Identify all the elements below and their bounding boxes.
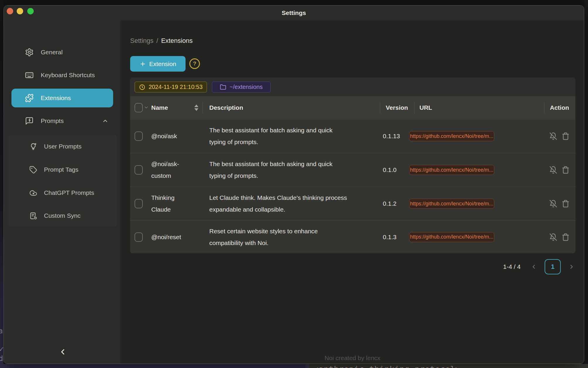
extensions-path-badge[interactable]: ~/extensions: [212, 82, 271, 92]
main-content: Settings / Extensions Extension ? 2024-1…: [120, 20, 584, 364]
extension-url-link[interactable]: https://github.com/lencx/Noi/tree/m...: [409, 131, 494, 141]
add-extension-label: Extension: [149, 60, 176, 67]
bell-off-icon[interactable]: [549, 233, 557, 241]
puzzle-icon: [25, 94, 34, 102]
sidebar-item-label: Extensions: [41, 94, 71, 102]
header-divider: [203, 102, 203, 114]
sidebar: General Keyboard Shortcuts Extensions Pr…: [4, 20, 120, 364]
trash-icon[interactable]: [562, 132, 570, 140]
header-divider: [380, 102, 380, 114]
tag-icon: [29, 166, 37, 174]
pagination: 1-4 / 4 1: [503, 259, 575, 275]
underlying-divider: [305, 364, 309, 368]
sidebar-item-keyboard-shortcuts[interactable]: Keyboard Shortcuts: [11, 66, 113, 85]
sidebar-item-label: Prompts: [41, 117, 64, 124]
extensions-path-text: ~/extensions: [230, 84, 263, 90]
clock-icon: [139, 84, 145, 90]
extension-description: Reset certain website styles to enhance …: [209, 225, 368, 249]
next-page-button[interactable]: [568, 264, 575, 270]
breadcrumb-separator: /: [157, 37, 158, 45]
sidebar-item-prompts[interactable]: Prompts: [11, 112, 113, 130]
prompts-submenu: User Prompts Prompt Tags ChatGPT Prompts…: [9, 135, 117, 227]
row-checkbox[interactable]: [135, 131, 143, 141]
extension-url-link[interactable]: https://github.com/lencx/Noi/tree/m...: [409, 199, 494, 209]
sidebar-item-label: General: [41, 49, 63, 56]
sidebar-item-custom-sync[interactable]: Custom Sync: [9, 206, 117, 225]
column-header-url[interactable]: URL: [419, 96, 432, 119]
extension-version: 0.1.3: [383, 234, 397, 241]
page-number-button[interactable]: 1: [545, 259, 561, 274]
column-header-version[interactable]: Version: [386, 96, 408, 119]
sidebar-item-label: User Prompts: [44, 143, 81, 150]
trash-icon[interactable]: [562, 233, 570, 241]
timestamp-text: 2024-11-19 21:10:53: [149, 84, 203, 90]
table-row: @noi/ask The best assistant for batch as…: [130, 119, 575, 153]
extension-url-link[interactable]: https://github.com/lencx/Noi/tree/m...: [409, 232, 494, 242]
sort-icons[interactable]: [194, 104, 198, 111]
timestamp-badge: 2024-11-19 21:10:53: [135, 82, 207, 92]
breadcrumb-parent[interactable]: Settings: [130, 37, 154, 45]
help-button[interactable]: ?: [189, 58, 200, 69]
footer-credit: Noi created by lencx: [120, 355, 584, 362]
previous-page-button[interactable]: [531, 264, 537, 270]
sidebar-item-label: Keyboard Shortcuts: [41, 72, 95, 79]
sidebar-item-label: Custom Sync: [44, 212, 81, 219]
edge-glyph: a: [0, 327, 3, 335]
extension-name: @noi/ask: [151, 130, 191, 142]
extension-url-link[interactable]: https://github.com/lencx/Noi/tree/m...: [409, 165, 494, 175]
collapse-sidebar-button[interactable]: [56, 345, 69, 358]
table-row: @noi/ask-custom The best assistant for b…: [130, 153, 575, 187]
bell-off-icon[interactable]: [549, 166, 557, 174]
breadcrumb: Settings / Extensions: [130, 37, 193, 45]
chevron-up-icon[interactable]: [102, 118, 108, 124]
sidebar-item-prompt-tags[interactable]: Prompt Tags: [9, 160, 117, 179]
titlebar[interactable]: Settings: [4, 6, 584, 20]
message-bolt-icon: [25, 117, 34, 125]
bell-off-icon[interactable]: [549, 200, 557, 208]
edge-glyph: ✓: [0, 345, 4, 353]
keyboard-icon: [25, 71, 34, 80]
extension-description: Let Claude think. Makes Claude's thinkin…: [209, 192, 368, 215]
extension-name: Thinking Claude: [151, 192, 191, 215]
column-header-action[interactable]: Action: [550, 96, 569, 119]
row-checkbox[interactable]: [135, 199, 143, 208]
trash-icon[interactable]: [562, 166, 570, 174]
select-all-checkbox[interactable]: [135, 103, 143, 112]
extensions-panel: 2024-11-19 21:10:53 ~/extensions Name De…: [130, 77, 575, 253]
edge-glyph: d: [0, 355, 3, 363]
file-sync-icon: [29, 212, 37, 220]
add-extension-button[interactable]: Extension: [130, 56, 186, 72]
extension-name: @noi/reset: [151, 231, 191, 243]
extension-description: The best assistant for batch asking and …: [209, 124, 368, 148]
chevron-left-icon: [58, 347, 67, 356]
window-title: Settings: [4, 6, 584, 20]
extension-name: @noi/ask-custom: [151, 158, 191, 182]
extension-version: 0.1.0: [383, 166, 397, 173]
lightbulb-sparkle-icon: [29, 143, 37, 151]
row-checkbox[interactable]: [135, 232, 143, 242]
extension-version: 0.1.13: [383, 133, 400, 140]
sidebar-item-user-prompts[interactable]: User Prompts: [9, 137, 117, 156]
chevron-down-icon[interactable]: [144, 105, 149, 110]
sidebar-item-general[interactable]: General: [11, 43, 113, 62]
plus-icon: [140, 61, 146, 67]
table-row: Thinking Claude Let Claude think. Makes …: [130, 187, 575, 220]
bell-off-icon[interactable]: [549, 132, 557, 140]
table-row: @noi/reset Reset certain website styles …: [130, 220, 575, 253]
settings-window: Settings General Keyboard Shortcuts Exte…: [4, 5, 584, 364]
pagination-range: 1-4 / 4: [503, 263, 521, 270]
header-divider: [414, 102, 414, 114]
sidebar-item-extensions[interactable]: Extensions: [11, 89, 113, 107]
extension-description: The best assistant for batch asking and …: [209, 158, 368, 182]
trash-icon[interactable]: [562, 200, 570, 208]
underlying-code-text: <anthropic_thinking_protocol>: [314, 364, 460, 368]
folder-icon: [220, 84, 226, 90]
table-header: Name Description Version URL Action: [130, 96, 575, 119]
column-header-name[interactable]: Name: [151, 96, 168, 119]
column-header-description[interactable]: Description: [209, 96, 243, 119]
sidebar-item-chatgpt-prompts[interactable]: ChatGPT Prompts: [9, 183, 117, 202]
row-checkbox[interactable]: [135, 165, 143, 175]
sidebar-item-label: ChatGPT Prompts: [44, 189, 94, 196]
underlying-window-bottom-strip: <anthropic_thinking_protocol>: [0, 364, 588, 368]
gear-icon: [25, 48, 34, 57]
